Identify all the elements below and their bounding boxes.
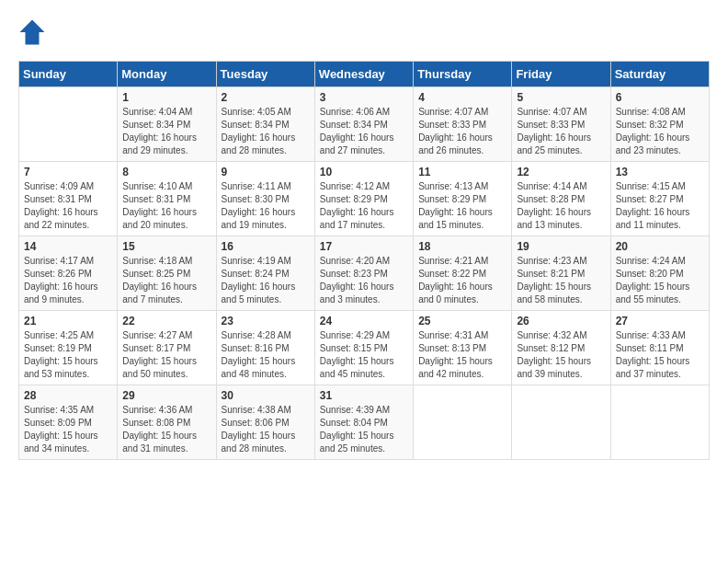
day-number: 4 xyxy=(418,91,506,104)
calendar-cell xyxy=(19,87,118,162)
calendar-cell xyxy=(512,385,610,460)
calendar-cell: 1Sunrise: 4:04 AM Sunset: 8:34 PM Daylig… xyxy=(118,87,216,162)
day-info: Sunrise: 4:18 AM Sunset: 8:25 PM Dayligh… xyxy=(122,255,210,306)
calendar-cell: 3Sunrise: 4:06 AM Sunset: 8:34 PM Daylig… xyxy=(314,87,413,162)
day-info: Sunrise: 4:04 AM Sunset: 8:34 PM Dayligh… xyxy=(122,106,210,157)
day-number: 20 xyxy=(616,240,704,253)
day-number: 31 xyxy=(320,389,408,402)
day-info: Sunrise: 4:24 AM Sunset: 8:20 PM Dayligh… xyxy=(616,255,704,306)
day-number: 14 xyxy=(24,240,112,253)
day-info: Sunrise: 4:39 AM Sunset: 8:04 PM Dayligh… xyxy=(320,404,408,455)
day-number: 11 xyxy=(418,166,506,178)
day-number: 25 xyxy=(418,315,506,327)
calendar-cell: 5Sunrise: 4:07 AM Sunset: 8:33 PM Daylig… xyxy=(512,87,610,162)
day-number: 3 xyxy=(320,91,408,104)
weekday-header-monday: Monday xyxy=(118,62,216,87)
day-number: 30 xyxy=(222,389,310,402)
day-number: 12 xyxy=(517,166,605,178)
calendar-cell: 26Sunrise: 4:32 AM Sunset: 8:12 PM Dayli… xyxy=(512,311,610,385)
weekday-header-wednesday: Wednesday xyxy=(314,62,413,87)
day-number: 22 xyxy=(122,315,210,327)
day-info: Sunrise: 4:38 AM Sunset: 8:06 PM Dayligh… xyxy=(222,404,310,455)
day-number: 28 xyxy=(24,389,112,402)
calendar-cell: 13Sunrise: 4:15 AM Sunset: 8:27 PM Dayli… xyxy=(610,162,709,236)
day-info: Sunrise: 4:36 AM Sunset: 8:08 PM Dayligh… xyxy=(122,404,210,455)
day-info: Sunrise: 4:14 AM Sunset: 8:28 PM Dayligh… xyxy=(517,180,605,232)
day-number: 2 xyxy=(222,91,310,104)
day-info: Sunrise: 4:20 AM Sunset: 8:23 PM Dayligh… xyxy=(320,255,408,306)
day-info: Sunrise: 4:17 AM Sunset: 8:26 PM Dayligh… xyxy=(24,255,112,306)
calendar-cell: 31Sunrise: 4:39 AM Sunset: 8:04 PM Dayli… xyxy=(314,385,413,460)
day-number: 7 xyxy=(24,166,112,178)
weekday-header-sunday: Sunday xyxy=(19,62,118,87)
calendar-cell: 18Sunrise: 4:21 AM Sunset: 8:22 PM Dayli… xyxy=(414,236,512,311)
day-info: Sunrise: 4:25 AM Sunset: 8:19 PM Dayligh… xyxy=(24,329,112,381)
day-number: 17 xyxy=(320,240,408,253)
day-info: Sunrise: 4:31 AM Sunset: 8:13 PM Dayligh… xyxy=(418,329,506,381)
weekday-header-tuesday: Tuesday xyxy=(216,62,314,87)
day-number: 23 xyxy=(222,315,310,327)
calendar-cell: 29Sunrise: 4:36 AM Sunset: 8:08 PM Dayli… xyxy=(118,385,216,460)
calendar-cell: 2Sunrise: 4:05 AM Sunset: 8:34 PM Daylig… xyxy=(216,87,314,162)
day-info: Sunrise: 4:06 AM Sunset: 8:34 PM Dayligh… xyxy=(320,106,408,157)
day-info: Sunrise: 4:32 AM Sunset: 8:12 PM Dayligh… xyxy=(517,329,605,381)
weekday-header-thursday: Thursday xyxy=(414,62,512,87)
calendar-cell: 15Sunrise: 4:18 AM Sunset: 8:25 PM Dayli… xyxy=(118,236,216,311)
calendar-cell: 8Sunrise: 4:10 AM Sunset: 8:31 PM Daylig… xyxy=(118,162,216,236)
day-number: 6 xyxy=(616,91,704,104)
calendar-cell: 17Sunrise: 4:20 AM Sunset: 8:23 PM Dayli… xyxy=(314,236,413,311)
logo-icon xyxy=(18,18,46,46)
day-number: 8 xyxy=(122,166,210,178)
day-info: Sunrise: 4:35 AM Sunset: 8:09 PM Dayligh… xyxy=(24,404,112,455)
day-info: Sunrise: 4:29 AM Sunset: 8:15 PM Dayligh… xyxy=(320,329,408,381)
calendar-cell: 4Sunrise: 4:07 AM Sunset: 8:33 PM Daylig… xyxy=(414,87,512,162)
day-number: 21 xyxy=(24,315,112,327)
day-number: 9 xyxy=(222,166,310,178)
day-info: Sunrise: 4:07 AM Sunset: 8:33 PM Dayligh… xyxy=(517,106,605,157)
day-info: Sunrise: 4:10 AM Sunset: 8:31 PM Dayligh… xyxy=(122,180,210,232)
calendar-cell: 24Sunrise: 4:29 AM Sunset: 8:15 PM Dayli… xyxy=(314,311,413,385)
day-info: Sunrise: 4:15 AM Sunset: 8:27 PM Dayligh… xyxy=(616,180,704,232)
day-number: 16 xyxy=(222,240,310,253)
day-number: 24 xyxy=(320,315,408,327)
day-info: Sunrise: 4:12 AM Sunset: 8:29 PM Dayligh… xyxy=(320,180,408,232)
weekday-header-friday: Friday xyxy=(512,62,610,87)
calendar-cell: 9Sunrise: 4:11 AM Sunset: 8:30 PM Daylig… xyxy=(216,162,314,236)
day-number: 10 xyxy=(320,166,408,178)
calendar-cell: 25Sunrise: 4:31 AM Sunset: 8:13 PM Dayli… xyxy=(414,311,512,385)
page-header xyxy=(18,18,710,46)
day-info: Sunrise: 4:13 AM Sunset: 8:29 PM Dayligh… xyxy=(418,180,506,232)
weekday-header-saturday: Saturday xyxy=(610,62,709,87)
calendar-cell: 20Sunrise: 4:24 AM Sunset: 8:20 PM Dayli… xyxy=(610,236,709,311)
day-info: Sunrise: 4:11 AM Sunset: 8:30 PM Dayligh… xyxy=(222,180,310,232)
weekday-header-row: SundayMondayTuesdayWednesdayThursdayFrid… xyxy=(19,62,710,87)
day-info: Sunrise: 4:28 AM Sunset: 8:16 PM Dayligh… xyxy=(222,329,310,381)
day-info: Sunrise: 4:09 AM Sunset: 8:31 PM Dayligh… xyxy=(24,180,112,232)
day-info: Sunrise: 4:21 AM Sunset: 8:22 PM Dayligh… xyxy=(418,255,506,306)
calendar-cell: 6Sunrise: 4:08 AM Sunset: 8:32 PM Daylig… xyxy=(610,87,709,162)
calendar-week-row: 14Sunrise: 4:17 AM Sunset: 8:26 PM Dayli… xyxy=(19,236,710,311)
svg-marker-0 xyxy=(20,20,45,45)
calendar-week-row: 7Sunrise: 4:09 AM Sunset: 8:31 PM Daylig… xyxy=(19,162,710,236)
day-info: Sunrise: 4:07 AM Sunset: 8:33 PM Dayligh… xyxy=(418,106,506,157)
calendar-cell: 30Sunrise: 4:38 AM Sunset: 8:06 PM Dayli… xyxy=(216,385,314,460)
day-info: Sunrise: 4:19 AM Sunset: 8:24 PM Dayligh… xyxy=(222,255,310,306)
calendar-cell: 12Sunrise: 4:14 AM Sunset: 8:28 PM Dayli… xyxy=(512,162,610,236)
calendar-week-row: 1Sunrise: 4:04 AM Sunset: 8:34 PM Daylig… xyxy=(19,87,710,162)
calendar-cell xyxy=(414,385,512,460)
calendar-week-row: 21Sunrise: 4:25 AM Sunset: 8:19 PM Dayli… xyxy=(19,311,710,385)
calendar-cell xyxy=(610,385,709,460)
calendar-table: SundayMondayTuesdayWednesdayThursdayFrid… xyxy=(18,61,710,460)
day-number: 18 xyxy=(418,240,506,253)
day-number: 13 xyxy=(616,166,704,178)
calendar-cell: 21Sunrise: 4:25 AM Sunset: 8:19 PM Dayli… xyxy=(19,311,118,385)
day-number: 26 xyxy=(517,315,605,327)
day-number: 29 xyxy=(122,389,210,402)
day-number: 19 xyxy=(517,240,605,253)
day-info: Sunrise: 4:08 AM Sunset: 8:32 PM Dayligh… xyxy=(616,106,704,157)
calendar-week-row: 28Sunrise: 4:35 AM Sunset: 8:09 PM Dayli… xyxy=(19,385,710,460)
calendar-cell: 11Sunrise: 4:13 AM Sunset: 8:29 PM Dayli… xyxy=(414,162,512,236)
calendar-cell: 23Sunrise: 4:28 AM Sunset: 8:16 PM Dayli… xyxy=(216,311,314,385)
calendar-cell: 16Sunrise: 4:19 AM Sunset: 8:24 PM Dayli… xyxy=(216,236,314,311)
calendar-cell: 14Sunrise: 4:17 AM Sunset: 8:26 PM Dayli… xyxy=(19,236,118,311)
